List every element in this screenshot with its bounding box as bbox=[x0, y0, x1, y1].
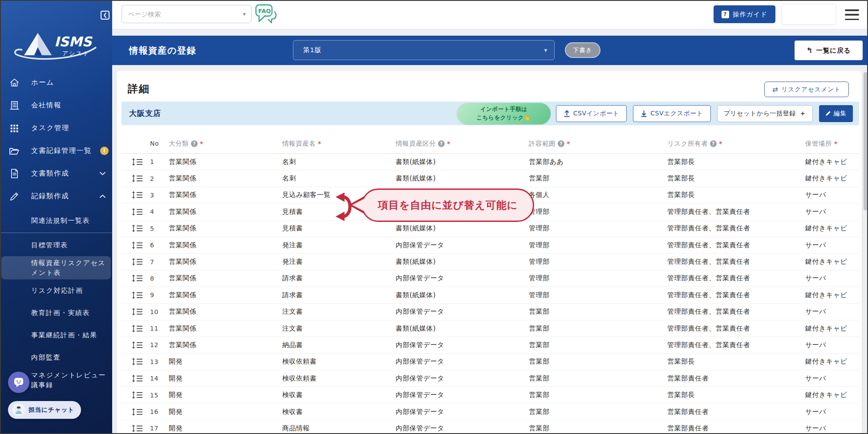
row-drag-handle[interactable] bbox=[132, 425, 150, 432]
row-drag-handle[interactable] bbox=[132, 375, 150, 382]
table-row[interactable]: 11 営業関係 注文書 書類(紙媒体) 営業部 管理部責任者、営業責任者 鍵付き… bbox=[122, 320, 859, 337]
row-drag-handle[interactable] bbox=[132, 274, 150, 282]
column-label: リスク所有者 bbox=[667, 139, 708, 148]
app-window: ❮ ISMS アシスト ホーム 会社情報 タスク管理 文書記録管理一覧 ! 文書… bbox=[0, 0, 868, 434]
row-drag-handle[interactable] bbox=[132, 308, 150, 315]
operation-guide-button[interactable]: ? 操作ガイド bbox=[714, 5, 775, 23]
row-drag-handle[interactable] bbox=[132, 242, 150, 249]
cell-no: 7 bbox=[150, 258, 169, 266]
sidebar-subitem-2[interactable]: 情報資産リスクアセスメント表 bbox=[1, 256, 111, 279]
sidebar-item-label: 文書類作成 bbox=[31, 169, 69, 178]
sidebar-item-1[interactable]: 会社情報 bbox=[0, 94, 112, 117]
cell-risk-owner: 管理部責任者、営業責任者 bbox=[667, 324, 805, 333]
table-row[interactable]: 17 開発 商品情報 内部保管データ 営業部 営業部責任者 サーバ bbox=[122, 420, 859, 434]
chat-widget-button[interactable] bbox=[8, 372, 29, 393]
table-row[interactable]: 12 営業関係 納品書 内部保管データ 営業部 管理部責任者、営業責任者 サーバ bbox=[122, 337, 859, 353]
page-title: 情報資産の登録 bbox=[129, 36, 196, 65]
column-header-loc: 保管場所 * bbox=[805, 139, 859, 148]
sidebar-item-3[interactable]: 文書記録管理一覧 ! bbox=[0, 139, 112, 162]
reorder-arrow-icon bbox=[331, 192, 354, 222]
sidebar-nav: ホーム 会社情報 タスク管理 文書記録管理一覧 ! 文書類作成 記録類作成 関連… bbox=[0, 71, 112, 392]
csv-export-button[interactable]: CSVエクスポート bbox=[633, 105, 710, 122]
sidebar-subitem-4[interactable]: 教育計画・実績表 bbox=[0, 302, 112, 324]
faq-button[interactable]: FAQ bbox=[255, 3, 277, 27]
table-row[interactable]: 6 営業関係 発注書 内部保管データ 管理部 管理部責任者、営業責任者 サーバ bbox=[122, 237, 859, 254]
scrollbar-thumb[interactable] bbox=[864, 72, 868, 210]
sidebar-subitem-5[interactable]: 事業継続計画・結果 bbox=[0, 324, 112, 346]
back-button-label: 一覧に戻る bbox=[816, 46, 851, 55]
cell-asset-type: 書類(紙媒体) bbox=[396, 291, 529, 299]
sidebar-collapse-icon[interactable]: ❮ bbox=[101, 11, 110, 20]
table-row[interactable]: 7 営業関係 発注書 書類(紙媒体) 管理部 管理部責任者、営業責任者 鍵付きキ… bbox=[122, 254, 859, 270]
table-row[interactable]: 13 開発 検収依頼書 内部保管データ 営業部 営業部長 鍵付きキャビ bbox=[122, 354, 859, 370]
edit-label: 編集 bbox=[834, 110, 847, 118]
row-drag-handle[interactable] bbox=[132, 158, 150, 166]
version-select[interactable]: 第1版 ▾ bbox=[293, 40, 555, 60]
row-drag-handle[interactable] bbox=[132, 225, 150, 232]
row-drag-handle[interactable] bbox=[132, 291, 150, 299]
row-drag-handle[interactable] bbox=[132, 191, 150, 199]
row-drag-handle[interactable] bbox=[132, 341, 150, 349]
table-row[interactable]: 2 営業関係 名刺 書類(紙媒体) 営業部 営業部長 鍵付きキャビ bbox=[122, 170, 859, 187]
cell-storage-location: サーバ bbox=[805, 191, 859, 199]
staff-avatar bbox=[12, 404, 25, 416]
sidebar-subitem-3[interactable]: リスク対応計画 bbox=[0, 279, 112, 302]
row-drag-handle[interactable] bbox=[132, 258, 150, 266]
hamburger-menu-icon[interactable] bbox=[845, 8, 859, 21]
help-icon[interactable]: ? bbox=[191, 140, 198, 147]
table-row[interactable]: 15 開発 検収書 内部保管データ 営業部 営業部長 鍵付きキャビ bbox=[122, 387, 859, 403]
pencil-icon bbox=[825, 111, 831, 116]
sidebar-subitem-6[interactable]: 内部監査 bbox=[0, 346, 112, 368]
help-icon[interactable]: ? bbox=[710, 140, 717, 147]
table-row[interactable]: 16 開発 検収書 内部保管データ 営業部 営業部責任者 サーバ bbox=[122, 404, 859, 420]
cell-risk-owner: 営業部長 bbox=[667, 357, 805, 366]
search-input[interactable] bbox=[127, 10, 243, 18]
table-row[interactable]: 14 開発 検収依頼書 内部保管データ 営業部 営業部責任者 サーバ bbox=[122, 370, 859, 387]
row-drag-handle[interactable] bbox=[132, 208, 150, 216]
required-asterisk: * bbox=[318, 140, 321, 147]
sidebar-item-2[interactable]: タスク管理 bbox=[0, 117, 112, 139]
chat-pill-label: 担当にチャット bbox=[28, 406, 74, 414]
chevron-down-icon bbox=[99, 172, 106, 176]
table-row[interactable]: 5 営業関係 見積書 書類(紙媒体) 管理部 管理部責任者、営業責任者 鍵付きキ… bbox=[122, 221, 859, 237]
row-drag-handle[interactable] bbox=[132, 391, 150, 399]
import-help-tooltip[interactable]: インポート手順は こちらをクリック👆 bbox=[457, 103, 551, 124]
upload-icon bbox=[564, 110, 570, 117]
vertical-scrollbar[interactable] bbox=[863, 70, 868, 434]
table-row[interactable]: 9 営業関係 請求書 書類(紙媒体) 管理部 管理部責任者、営業責任者 鍵付きキ… bbox=[122, 287, 859, 303]
branch-bar: 大阪支店 インポート手順は こちらをクリック👆 CSVインポート bbox=[122, 102, 859, 125]
page-search-select[interactable]: ▾ bbox=[122, 5, 251, 23]
row-drag-handle[interactable] bbox=[132, 408, 150, 416]
sidebar-subitem-label: 事業継続計画・結果 bbox=[31, 330, 108, 340]
edit-button[interactable]: 編集 bbox=[819, 105, 853, 122]
cell-asset-name: 検収依頼書 bbox=[282, 357, 396, 366]
row-drag-handle[interactable] bbox=[132, 358, 150, 365]
chat-with-staff-button[interactable]: 担当にチャット bbox=[8, 401, 81, 419]
table-row[interactable]: 10 営業関係 注文書 内部保管データ 営業部 管理部責任者、営業責任者 サーバ bbox=[122, 304, 859, 320]
sidebar-item-0[interactable]: ホーム bbox=[0, 71, 112, 94]
row-drag-handle[interactable] bbox=[132, 175, 150, 182]
sidebar-subitem-1[interactable]: 目標管理表 bbox=[0, 234, 112, 256]
sidebar-subitem-0[interactable]: 関連法規制一覧表 bbox=[0, 209, 112, 232]
cell-allowed-scope: 管理部 bbox=[529, 274, 667, 283]
risk-assessment-button[interactable]: ⇄ リスクアセスメント bbox=[764, 82, 849, 97]
help-icon[interactable]: ? bbox=[438, 140, 445, 147]
table-row[interactable]: 1 営業関係 名刺 書類(紙媒体) 営業部ああ 営業部長 鍵付きキャビ bbox=[122, 154, 859, 170]
cell-allowed-scope: 営業部 bbox=[529, 374, 667, 383]
table-row[interactable]: 8 営業関係 請求書 内部保管データ 管理部 管理部責任者、営業責任者 サーバ bbox=[122, 270, 859, 287]
user-box[interactable] bbox=[782, 4, 836, 25]
cell-category: 営業関係 bbox=[169, 291, 282, 299]
row-drag-handle[interactable] bbox=[132, 325, 150, 332]
sidebar-item-5[interactable]: 記録類作成 bbox=[0, 185, 112, 208]
sidebar-subitem-label: 目標管理表 bbox=[31, 240, 108, 250]
preset-bulk-register-button[interactable]: プリセットから一括登録 ＋ bbox=[717, 105, 813, 122]
help-icon[interactable]: ? bbox=[558, 140, 564, 147]
sidebar-item-4[interactable]: 文書類作成 bbox=[0, 162, 112, 185]
csv-import-button[interactable]: CSVインポート bbox=[556, 105, 627, 122]
sidebar-item-label: 記録類作成 bbox=[31, 192, 69, 201]
cell-asset-type: 内部保管データ bbox=[396, 391, 529, 399]
cell-no: 4 bbox=[150, 208, 169, 215]
sidebar-subitem-label: 内部監査 bbox=[31, 352, 108, 362]
back-to-list-button[interactable]: ↰ 一覧に戻る bbox=[795, 41, 863, 60]
drag-handle-icon bbox=[132, 308, 143, 315]
